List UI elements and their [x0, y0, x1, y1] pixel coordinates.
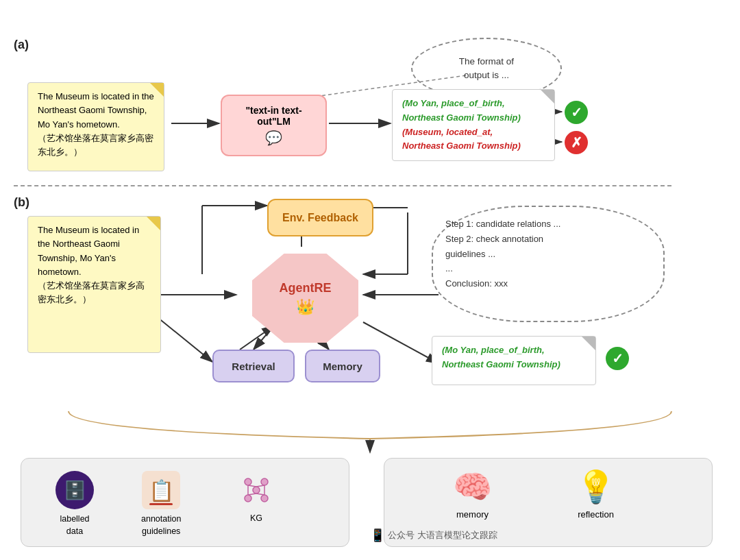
- annotation-guidelines-group: 📋 annotation guidelines: [141, 471, 181, 537]
- output-box-a: (Mo Yan, place_of_birth, Northeast Gaomi…: [392, 89, 555, 161]
- svg-point-23: [261, 478, 268, 485]
- env-feedback-box: Env. Feedback: [267, 199, 373, 236]
- steps-cloud: Step 1: candidate relations ... Step 2: …: [432, 206, 665, 322]
- reflection-icon-group: 💡 reflection: [576, 468, 615, 520]
- note-text-a: The Museum is located in the Northeast G…: [38, 91, 154, 157]
- memory-box: Memory: [305, 350, 380, 382]
- agent-icon: 👑: [296, 298, 314, 316]
- output-line4: Northeast Gaomi Township): [402, 141, 521, 151]
- format-ellipse-text: The format of output is ...: [459, 55, 514, 83]
- watermark: 📱 公众号 大语言模型论文跟踪: [370, 528, 497, 543]
- svg-point-25: [261, 495, 268, 502]
- section-divider: [14, 185, 671, 186]
- kg-icon: [237, 471, 275, 509]
- lm-box: "text-in text-out"LM 💬: [221, 95, 327, 156]
- watermark-text: 公众号 大语言模型论文跟踪: [388, 529, 497, 541]
- note-text-b: The Museum is located in the Northeast G…: [38, 225, 145, 304]
- retrieval-label: Retrieval: [232, 361, 275, 372]
- kg-group: KG: [237, 471, 275, 523]
- memory-label: Memory: [323, 361, 362, 372]
- memory-label-bottom: memory: [456, 509, 489, 520]
- memory-icon: 🧠: [453, 468, 492, 505]
- svg-point-21: [253, 487, 260, 494]
- svg-line-28: [248, 494, 256, 495]
- agent-re-octagon: AgentRE 👑: [252, 254, 358, 343]
- lm-label: "text-in text-out"LM: [232, 105, 316, 127]
- bottom-left-section: 🗄️ labelled data 📋 annotation guidelines: [21, 458, 349, 547]
- svg-point-22: [245, 478, 251, 485]
- labelled-data-group: 🗄️ labelled data: [56, 471, 94, 537]
- svg-line-26: [248, 485, 256, 487]
- section-a-label: (a): [14, 38, 29, 52]
- note-box-a: The Museum is located in the Northeast G…: [27, 82, 164, 171]
- output-result: (Mo Yan, place_of_birth, Northeast Gaomi…: [442, 345, 560, 369]
- steps-text: Step 1: candidate relations ... Step 2: …: [445, 219, 560, 289]
- output-box-b: (Mo Yan, place_of_birth, Northeast Gaomi…: [432, 336, 596, 385]
- svg-point-24: [245, 495, 251, 502]
- annotation-icon: 📋: [142, 471, 180, 509]
- reflection-label-bottom: reflection: [578, 509, 614, 520]
- check-icon-b: ✓: [606, 347, 629, 370]
- reflection-icon: 💡: [576, 468, 615, 505]
- svg-line-29: [256, 494, 264, 495]
- section-b-label: (b): [14, 195, 29, 210]
- env-feedback-label: Env. Feedback: [282, 212, 358, 224]
- note-box-b: The Museum is located in the Northeast G…: [27, 216, 161, 353]
- output-line1: (Mo Yan, place_of_birth,: [402, 98, 505, 108]
- retrieval-box: Retrieval: [212, 350, 295, 382]
- annotation-label: annotation guidelines: [141, 513, 181, 537]
- memory-icon-group: 🧠 memory: [453, 468, 492, 520]
- check-icon-a: ✓: [565, 101, 588, 124]
- kg-label: KG: [250, 513, 262, 523]
- labelled-data-icon: 🗄️: [56, 471, 94, 509]
- lm-icon: 💬: [265, 130, 282, 146]
- labelled-data-label: labelled data: [60, 513, 89, 537]
- output-line2: Northeast Gaomi Township): [402, 112, 521, 123]
- output-line3: (Museum, located_at,: [402, 127, 493, 137]
- agent-label: AgentRE: [280, 281, 332, 295]
- x-icon-a: ✗: [565, 131, 588, 154]
- svg-line-27: [256, 485, 264, 487]
